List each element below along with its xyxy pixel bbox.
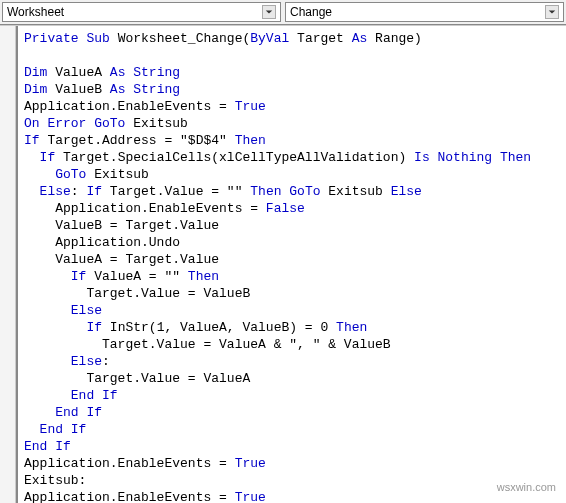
code-line: End If xyxy=(24,421,560,438)
code-line: End If xyxy=(24,404,560,421)
code-line: Target.Value = ValueB xyxy=(24,285,560,302)
code-area: Private Sub Worksheet_Change(ByVal Targe… xyxy=(0,25,566,503)
code-line: Application.EnableEvents = True xyxy=(24,455,560,472)
code-line: GoTo Exitsub xyxy=(24,166,560,183)
object-dropdown-label: Worksheet xyxy=(7,5,262,19)
code-line: End If xyxy=(24,438,560,455)
code-editor[interactable]: Private Sub Worksheet_Change(ByVal Targe… xyxy=(18,26,566,503)
code-line: Else: If Target.Value = "" Then GoTo Exi… xyxy=(24,183,560,200)
code-line: Target.Value = ValueA & ", " & ValueB xyxy=(24,336,560,353)
procedure-dropdown[interactable]: Change xyxy=(285,2,564,22)
chevron-down-icon xyxy=(262,5,276,19)
code-line: Exitsub: xyxy=(24,472,560,489)
code-line: End If xyxy=(24,387,560,404)
code-line: Application.EnableEvents = True xyxy=(24,489,560,503)
code-line: If InStr(1, ValueA, ValueB) = 0 Then xyxy=(24,319,560,336)
code-line xyxy=(24,47,560,64)
code-margin xyxy=(0,26,16,503)
code-line: Private Sub Worksheet_Change(ByVal Targe… xyxy=(24,30,560,47)
code-line: Application.EnableEvents = True xyxy=(24,98,560,115)
code-line: Application.EnableEvents = False xyxy=(24,200,560,217)
code-line: ValueB = Target.Value xyxy=(24,217,560,234)
code-line: If Target.Address = "$D$4" Then xyxy=(24,132,560,149)
code-line: On Error GoTo Exitsub xyxy=(24,115,560,132)
code-line: Dim ValueB As String xyxy=(24,81,560,98)
watermark: wsxwin.com xyxy=(497,481,556,493)
code-line: Dim ValueA As String xyxy=(24,64,560,81)
code-line: Else: xyxy=(24,353,560,370)
procedure-dropdown-label: Change xyxy=(290,5,545,19)
dropdown-bar: Worksheet Change xyxy=(0,0,566,25)
code-line: Target.Value = ValueA xyxy=(24,370,560,387)
code-line: ValueA = Target.Value xyxy=(24,251,560,268)
code-line: If ValueA = "" Then xyxy=(24,268,560,285)
code-line: If Target.SpecialCells(xlCellTypeAllVali… xyxy=(24,149,560,166)
code-line: Else xyxy=(24,302,560,319)
object-dropdown[interactable]: Worksheet xyxy=(2,2,281,22)
code-line: Application.Undo xyxy=(24,234,560,251)
chevron-down-icon xyxy=(545,5,559,19)
